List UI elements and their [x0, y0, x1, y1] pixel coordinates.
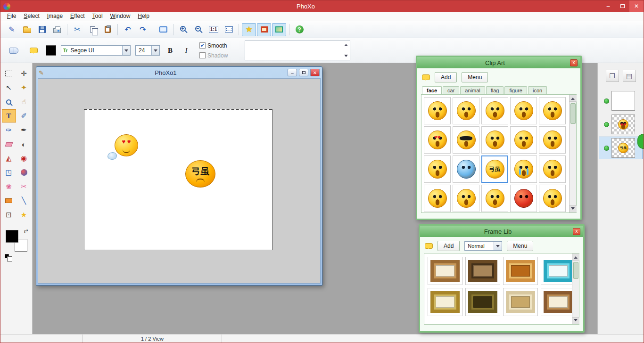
frame-lib-menu-button[interactable]: Menu — [507, 241, 533, 251]
tool-transform[interactable]: ⊡ — [2, 208, 16, 221]
tab-icon[interactable]: icon — [528, 86, 547, 94]
foreground-swatch[interactable] — [6, 230, 18, 243]
font-dropdown-arrow[interactable] — [122, 46, 130, 55]
layer-row-strong-text-sticker[interactable]: 弓虽 — [599, 137, 643, 159]
font-family-select[interactable]: Tr Segoe UI — [61, 45, 131, 56]
tool-brush[interactable]: ✑ — [2, 123, 16, 137]
tab-car[interactable]: car — [443, 86, 459, 94]
tool-eraser[interactable] — [2, 138, 16, 151]
scroll-thumb[interactable] — [573, 262, 578, 279]
clipart-item-grimacing[interactable] — [424, 185, 451, 212]
close-button[interactable]: ✕ — [629, 0, 644, 12]
menu-image[interactable]: Image — [43, 12, 66, 20]
tool-shape[interactable] — [2, 194, 16, 207]
clipart-item-drooling[interactable] — [453, 185, 479, 212]
tool-line[interactable]: ╲ — [17, 194, 31, 207]
clipart-item-sulking[interactable] — [539, 155, 566, 183]
tool-zoom[interactable] — [2, 95, 16, 108]
frame-item-vortex-tan[interactable] — [503, 257, 538, 285]
panel-slide-handle[interactable] — [637, 134, 644, 149]
tab-figure[interactable]: figure — [504, 86, 527, 94]
menu-select[interactable]: Select — [20, 12, 43, 20]
clipart-close-button[interactable]: x — [570, 59, 578, 66]
frame-item-wood-dark[interactable] — [465, 257, 500, 285]
visibility-dot[interactable] — [604, 122, 609, 127]
help-button[interactable]: ? — [292, 23, 306, 36]
swap-colors-button[interactable]: ⇄ — [24, 228, 28, 234]
frame-item-gold-olive[interactable] — [428, 288, 462, 316]
doc-close-button[interactable]: ✕ — [310, 69, 320, 76]
tool-hand[interactable]: ☝ — [17, 95, 31, 108]
tool-color-picker[interactable]: ✐ — [17, 109, 31, 122]
text-color-swatch[interactable] — [46, 45, 56, 56]
clipart-add-button[interactable]: Add — [435, 72, 457, 82]
clipart-scrollbar[interactable] — [569, 95, 576, 212]
scroll-up-button[interactable] — [570, 95, 577, 102]
clipart-item-shocked[interactable] — [453, 97, 479, 124]
text-bubble-button[interactable] — [26, 44, 41, 57]
clipart-item-pleading[interactable] — [424, 97, 451, 124]
text-library-button[interactable] — [7, 44, 21, 57]
document-titlebar[interactable]: ✎ PhoXo1 – ✕ — [36, 67, 322, 78]
minimize-button[interactable]: – — [601, 0, 615, 12]
menu-help[interactable]: Help — [134, 12, 153, 20]
tab-flag[interactable]: flag — [486, 86, 504, 94]
tab-animal[interactable]: animal — [460, 86, 485, 94]
tool-pen[interactable]: ✒ — [17, 123, 31, 137]
zoom-out-button[interactable]: − — [191, 23, 206, 36]
tool-colorize[interactable] — [17, 166, 31, 179]
strong-text-sticker[interactable]: 弓虽 — [185, 160, 215, 188]
menu-effect[interactable]: Effect — [66, 12, 88, 20]
layer-manager-button[interactable]: ❐ — [606, 70, 619, 82]
clipart-item-grinning[interactable] — [510, 126, 537, 154]
save-button[interactable] — [35, 23, 49, 36]
frame-scrollbar[interactable] — [572, 253, 579, 324]
capture-button[interactable] — [156, 23, 170, 36]
frame-lib-close-button[interactable]: x — [573, 228, 580, 235]
actual-size-button[interactable]: 1:1 — [206, 23, 221, 36]
layer-book-button[interactable]: ▤ — [623, 70, 636, 82]
clipart-item-heart-eyes[interactable] — [424, 126, 451, 154]
tool-text[interactable]: T — [2, 109, 16, 122]
clipart-item-hammered[interactable] — [539, 185, 566, 212]
clipart-panel-button[interactable]: ★ — [242, 23, 256, 36]
italic-button[interactable]: I — [181, 45, 192, 56]
frame-mode-arrow[interactable] — [494, 242, 502, 250]
doc-minimize-button[interactable]: – — [288, 69, 297, 76]
shadow-checkbox[interactable] — [199, 52, 206, 58]
open-button[interactable] — [20, 23, 34, 36]
clipart-item-cross-popping[interactable] — [539, 126, 566, 154]
tool-contrast[interactable]: ◐ — [17, 138, 31, 151]
visibility-dot[interactable] — [604, 146, 609, 151]
frame-button[interactable] — [257, 23, 271, 36]
text-entry-area[interactable] — [245, 41, 350, 60]
clipart-item-devil[interactable] — [510, 185, 537, 212]
redo-button[interactable]: ↷ — [136, 23, 150, 36]
frame-item-mosaic-teal[interactable] — [541, 257, 576, 285]
clipart-item-strong-text[interactable]: 弓虽 — [481, 155, 508, 183]
menu-tool[interactable]: Tool — [89, 12, 107, 20]
menu-file[interactable]: File — [3, 12, 20, 20]
clipart-item-sunglasses[interactable] — [453, 126, 479, 154]
zoom-in-button[interactable]: + — [176, 23, 190, 36]
layer-row-background[interactable] — [599, 90, 643, 112]
frame-item-wood-light[interactable] — [428, 257, 462, 285]
layer-row-heart-eyes-sticker[interactable] — [599, 113, 643, 136]
clipart-item-embarrassed[interactable] — [539, 97, 566, 124]
frame-item-lace-cream[interactable] — [503, 288, 538, 316]
clipart-item-freezing[interactable] — [453, 155, 479, 183]
frame-mode-select[interactable]: Normal — [464, 241, 502, 251]
canvas[interactable]: 弓虽 — [84, 109, 272, 250]
scroll-down-button[interactable] — [572, 317, 579, 324]
clipart-item-eraser-head[interactable] — [510, 97, 537, 124]
clipart-menu-button[interactable]: Menu — [462, 72, 488, 82]
scroll-thumb[interactable] — [570, 103, 576, 124]
doc-maximize-button[interactable] — [299, 69, 308, 76]
clipart-item-bandaged[interactable] — [481, 126, 508, 154]
maximize-button[interactable] — [615, 0, 629, 12]
heart-eyes-sticker[interactable] — [115, 134, 138, 156]
scroll-down-button[interactable] — [570, 205, 577, 212]
clipart-item-angry[interactable] — [424, 155, 451, 183]
scroll-up-button[interactable] — [572, 253, 579, 261]
tool-crop[interactable]: ✂ — [17, 180, 31, 193]
